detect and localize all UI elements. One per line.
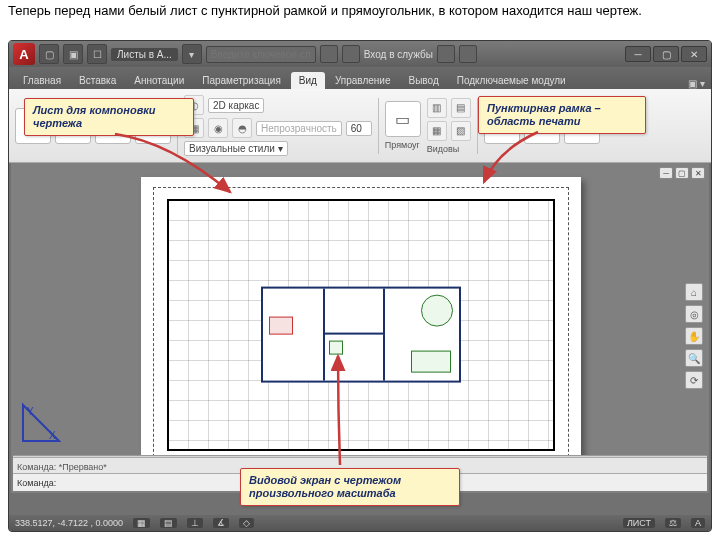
vp-max-icon[interactable]: ▢ xyxy=(675,167,689,179)
tab-home[interactable]: Главная xyxy=(15,72,69,89)
floor-plan-drawing xyxy=(261,287,461,383)
style-shadow-icon[interactable]: ◓ xyxy=(232,118,252,138)
vp-new-icon[interactable]: ▧ xyxy=(451,121,471,141)
navbar-orbit-icon[interactable]: ⟳ xyxy=(685,371,703,389)
svg-text:Y: Y xyxy=(27,406,34,417)
navbar-home-icon[interactable]: ⌂ xyxy=(685,283,703,301)
navbar-zoom-icon[interactable]: 🔍 xyxy=(685,349,703,367)
doc-title: Листы в А... xyxy=(111,48,178,61)
tab-output[interactable]: Вывод xyxy=(401,72,447,89)
ribbon-tabs: Главная Вставка Аннотации Параметризация… xyxy=(9,67,711,89)
callout-dashed: Пунктирная рамка – область печати xyxy=(478,96,646,134)
navbar-wheel-icon[interactable]: ◎ xyxy=(685,305,703,323)
style-solid-icon[interactable]: ◉ xyxy=(208,118,228,138)
titlebar: A ▢ ▣ ☐ Листы в А... ▾ Вход в службы ─ ▢… xyxy=(9,41,711,67)
app-logo-icon[interactable]: A xyxy=(13,43,35,65)
viewports-label: Видовы xyxy=(427,144,471,154)
status-ann-icon[interactable]: A xyxy=(691,518,705,528)
vp-join-icon[interactable]: ▤ xyxy=(451,98,471,118)
drawing-area[interactable]: ─ ▢ ✕ Y X ⌂ xyxy=(11,163,709,493)
status-grid-icon[interactable]: ▤ xyxy=(160,518,177,528)
qat-open-icon[interactable]: ▣ xyxy=(63,44,83,64)
status-polar-icon[interactable]: ∡ xyxy=(213,518,229,528)
layout-sheet[interactable] xyxy=(141,177,581,477)
qat-new-icon[interactable]: ▢ xyxy=(39,44,59,64)
viewport-rect-icon[interactable]: ▭ xyxy=(385,101,421,137)
exchange-icon[interactable] xyxy=(437,45,455,63)
visual-style-select[interactable]: 2D каркас xyxy=(208,98,264,113)
qat-drop-icon[interactable]: ▾ xyxy=(182,44,202,64)
tab-annotate[interactable]: Аннотации xyxy=(126,72,192,89)
viewport-window-controls: ─ ▢ ✕ xyxy=(659,167,705,179)
tab-plugins[interactable]: Подключаемые модули xyxy=(449,72,574,89)
status-layout-label[interactable]: ЛИСТ xyxy=(623,518,655,528)
callout-sheet: Лист для компоновки чертежа xyxy=(24,98,194,136)
vp-min-icon[interactable]: ─ xyxy=(659,167,673,179)
status-ortho-icon[interactable]: ⊥ xyxy=(187,518,203,528)
help-icon[interactable] xyxy=(459,45,477,63)
status-scale-icon[interactable]: ⚖ xyxy=(665,518,681,528)
callout-viewport: Видовой экран с чертежом произвольного м… xyxy=(240,468,460,506)
viewport-frame[interactable] xyxy=(167,199,555,451)
status-bar: 338.5127, -4.7122 , 0.0000 ▦ ▤ ⊥ ∡ ◇ ЛИС… xyxy=(9,515,711,531)
caption-text: Теперь перед нами белый лист с пунктирно… xyxy=(0,0,720,21)
ribbon-expand-icon[interactable]: ▣ ▾ xyxy=(688,78,705,89)
status-osnap-icon[interactable]: ◇ xyxy=(239,518,254,528)
visual-styles-group[interactable]: Визуальные стили ▾ xyxy=(184,141,288,156)
vp-named-icon[interactable]: ▦ xyxy=(427,121,447,141)
navbar-pan-icon[interactable]: ✋ xyxy=(685,327,703,345)
status-snap-icon[interactable]: ▦ xyxy=(133,518,150,528)
viewport-rect-label: Прямоуг xyxy=(385,140,421,150)
tab-param[interactable]: Параметризация xyxy=(194,72,289,89)
tab-manage[interactable]: Управление xyxy=(327,72,399,89)
svg-text:X: X xyxy=(49,430,56,441)
tab-insert[interactable]: Вставка xyxy=(71,72,124,89)
status-coords: 338.5127, -4.7122 , 0.0000 xyxy=(15,518,123,528)
search-input[interactable] xyxy=(206,46,316,63)
ucs-icon: Y X xyxy=(19,399,65,445)
vp-close-icon[interactable]: ✕ xyxy=(691,167,705,179)
signin-label[interactable]: Вход в службы xyxy=(364,49,433,60)
user-icon[interactable] xyxy=(342,45,360,63)
tab-view[interactable]: Вид xyxy=(291,72,325,89)
binoculars-icon[interactable] xyxy=(320,45,338,63)
minimize-button[interactable]: ─ xyxy=(625,46,651,62)
vp-clip-icon[interactable]: ▥ xyxy=(427,98,447,118)
opacity-value[interactable]: 60 xyxy=(346,121,372,136)
qat-save-icon[interactable]: ☐ xyxy=(87,44,107,64)
nav-bar: ⌂ ◎ ✋ 🔍 ⟳ xyxy=(685,283,703,389)
maximize-button[interactable]: ▢ xyxy=(653,46,679,62)
opacity-label: Непрозрачность xyxy=(256,121,342,136)
close-button[interactable]: ✕ xyxy=(681,46,707,62)
